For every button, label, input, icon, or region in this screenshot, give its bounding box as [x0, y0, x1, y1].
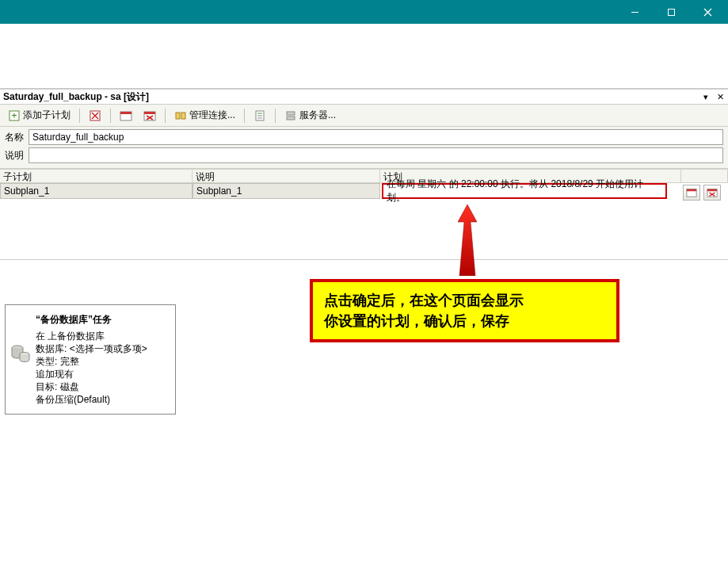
design-surface[interactable]: “备份数据库”任务 在 上备份数据库 数据库: <选择一项或多项> 类型: 完整… — [0, 259, 728, 577]
cell-subplan-name[interactable]: Subplan_1 — [0, 183, 192, 199]
delete-subplan-button[interactable] — [84, 107, 106, 124]
database-icon — [10, 343, 31, 364]
svg-rect-17 — [176, 113, 180, 119]
report-icon — [253, 109, 266, 122]
annotation-arrow-icon — [452, 204, 483, 276]
calendar-delete-icon — [143, 109, 156, 122]
subplan-grid: 子计划 说明 计划 Subplan_1 Subplan_1 在每周 星期六 的 … — [0, 169, 728, 202]
servers-button[interactable]: 服务器... — [280, 106, 341, 124]
add-subplan-label: 添加子计划 — [23, 109, 71, 122]
manage-connections-label: 管理连接... — [189, 109, 235, 122]
name-label: 名称 — [5, 131, 29, 144]
report-button[interactable] — [249, 107, 271, 124]
svg-rect-18 — [181, 113, 185, 119]
task-card-title: “备份数据库”任务 — [36, 313, 169, 327]
task-line: 数据库: <选择一项或多项> — [36, 342, 169, 355]
cell-schedule-text[interactable]: 在每周 星期六 的 22:00:00 执行。将从 2018/8/29 开始使用计… — [382, 183, 667, 199]
column-header-subplan[interactable]: 子计划 — [0, 170, 192, 182]
minimize-button[interactable] — [619, 2, 650, 21]
task-line: 在 上备份数据库 — [36, 330, 169, 342]
column-header-description[interactable]: 说明 — [192, 170, 380, 182]
annotation-line: 你设置的计划，确认后，保存 — [324, 311, 605, 331]
servers-label: 服务器... — [299, 109, 336, 122]
svg-marker-31 — [458, 204, 477, 276]
task-line: 备份压缩(Default) — [36, 393, 169, 406]
name-input[interactable] — [29, 129, 723, 145]
maximize-button[interactable] — [655, 2, 687, 21]
svg-rect-14 — [144, 112, 155, 114]
row-delete-schedule-button[interactable] — [703, 185, 721, 201]
close-button[interactable] — [692, 2, 723, 21]
document-tab: Saturday_full_backup - sa [设计] ▾ ✕ — [0, 89, 728, 105]
calendar-button[interactable] — [115, 107, 137, 124]
ribbon-placeholder — [0, 24, 728, 89]
toolbar: + 添加子计划 管理连接... — [0, 105, 728, 127]
table-row[interactable]: Subplan_1 Subplan_1 在每周 星期六 的 22:00:00 执… — [0, 183, 728, 202]
svg-text:+: + — [11, 110, 17, 121]
task-line: 类型: 完整 — [36, 355, 169, 368]
svg-rect-26 — [687, 189, 696, 192]
task-line: 目标: 磁盘 — [36, 380, 169, 393]
server-icon — [284, 109, 297, 122]
description-input[interactable] — [29, 147, 723, 163]
cell-subplan-desc[interactable]: Subplan_1 — [192, 183, 380, 199]
svg-rect-24 — [287, 117, 295, 120]
add-subplan-button[interactable]: + 添加子计划 — [3, 106, 75, 124]
tab-dropdown-icon[interactable]: ▾ — [699, 90, 712, 103]
annotation-callout: 点击确定后，在这个页面会显示 你设置的计划，确认后，保存 — [310, 279, 619, 342]
row-calendar-button[interactable] — [683, 185, 700, 201]
document-tab-title[interactable]: Saturday_full_backup - sa [设计] — [3, 90, 699, 104]
delete-icon — [89, 109, 101, 122]
svg-rect-28 — [707, 189, 717, 192]
description-label: 说明 — [5, 149, 29, 162]
task-line: 追加现有 — [36, 368, 169, 380]
svg-rect-10 — [120, 112, 131, 114]
calendar-icon — [120, 109, 132, 122]
connection-icon — [174, 109, 187, 122]
remove-schedule-button[interactable] — [139, 107, 161, 124]
svg-rect-1 — [668, 9, 674, 15]
backup-task-card[interactable]: “备份数据库”任务 在 上备份数据库 数据库: <选择一项或多项> 类型: 完整… — [5, 304, 176, 415]
title-bar — [0, 0, 728, 24]
tab-close-icon[interactable]: ✕ — [714, 90, 726, 103]
annotation-line: 点击确定后，在这个页面会显示 — [324, 290, 605, 311]
add-subplan-icon: + — [8, 109, 21, 122]
svg-rect-23 — [287, 112, 295, 115]
manage-connections-button[interactable]: 管理连接... — [170, 106, 240, 124]
